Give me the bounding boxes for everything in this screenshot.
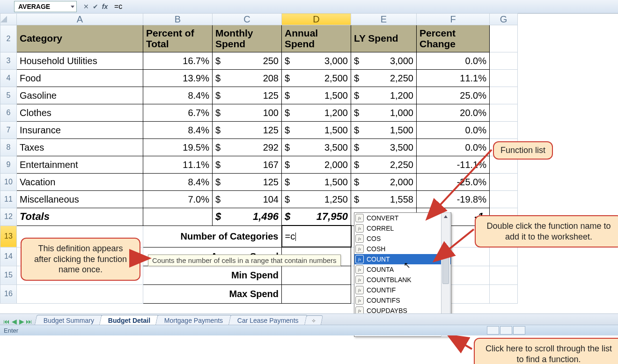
cell-ly-5[interactable]: $1,200	[351, 87, 417, 104]
view-page-break-button[interactable]	[513, 326, 525, 335]
cell-category-5[interactable]: Gasoline	[17, 87, 143, 104]
column-header-F[interactable]: F	[417, 14, 490, 25]
cell-monthly-6[interactable]: $100	[213, 104, 282, 122]
row-header-10[interactable]: 10	[0, 174, 17, 191]
column-header-E[interactable]: E	[351, 14, 417, 25]
cell-change-8[interactable]: 0.0%	[417, 139, 490, 156]
function-option-countblank[interactable]: fxCOUNTBLANK	[354, 275, 451, 285]
cell-ly-3[interactable]: $3,000	[351, 52, 417, 70]
cell-G6[interactable]	[490, 104, 518, 122]
cell-D15[interactable]	[282, 266, 351, 284]
cell-category-4[interactable]: Food	[17, 70, 143, 87]
cell-ly-10[interactable]: $2,000	[351, 174, 417, 191]
header-A[interactable]: Category	[17, 25, 143, 52]
tab-nav-next-icon[interactable]: ▶	[18, 318, 25, 325]
cell-pct-6[interactable]: 6.7%	[143, 104, 213, 122]
column-header-C[interactable]: C	[213, 14, 282, 25]
cell-ly-7[interactable]: $1,500	[351, 122, 417, 139]
cell-ly-8[interactable]: $3,500	[351, 139, 417, 156]
cell-totals-label[interactable]: Totals	[17, 208, 143, 226]
row-header-2[interactable]: 2	[0, 25, 17, 52]
header-D[interactable]: Annual Spend	[282, 25, 351, 52]
sheet-tab-budget-detail[interactable]: Budget Detail	[99, 315, 160, 325]
row-header-3[interactable]: 3	[0, 52, 17, 70]
function-option-correl[interactable]: fxCORREL	[354, 223, 451, 233]
enter-formula-icon[interactable]: ✔	[91, 3, 100, 10]
column-header-A[interactable]: A	[17, 14, 143, 25]
new-sheet-button[interactable]: ✧	[304, 315, 323, 325]
cell-change-7[interactable]: 0.0%	[417, 122, 490, 139]
cell-annual-11[interactable]: $1,250	[282, 191, 351, 208]
row-header-7[interactable]: 7	[0, 122, 17, 139]
cell-change-6[interactable]: 20.0%	[417, 104, 490, 122]
label-min-spend[interactable]: Min Spend	[143, 266, 282, 284]
insert-function-icon[interactable]: fx	[100, 3, 110, 10]
label-number-of-categories[interactable]: Number of Categories	[143, 226, 282, 247]
row-header-12[interactable]: 12	[0, 208, 17, 226]
function-option-cosh[interactable]: fxCOSH	[354, 244, 451, 254]
cell-totals-annual[interactable]: $17,950	[282, 208, 351, 226]
cell-category-11[interactable]: Miscellaneous	[17, 191, 143, 208]
cell-annual-8[interactable]: $3,500	[282, 139, 351, 156]
function-option-countifs[interactable]: fxCOUNTIFS	[354, 295, 451, 306]
cell-change-3[interactable]: 0.0%	[417, 52, 490, 70]
cell-annual-7[interactable]: $1,500	[282, 122, 351, 139]
cell-monthly-7[interactable]: $125	[213, 122, 282, 139]
tab-nav-buttons[interactable]: ⏮ ◀ ▶ ⏭	[3, 318, 33, 325]
row-header-11[interactable]: 11	[0, 191, 17, 208]
column-header-D[interactable]: D	[282, 14, 351, 25]
cell-annual-3[interactable]: $3,000	[282, 52, 351, 70]
cell-G14[interactable]	[490, 247, 518, 266]
cell-annual-10[interactable]: $1,500	[282, 174, 351, 191]
cell-pct-8[interactable]: 19.5%	[143, 139, 213, 156]
cell-ly-11[interactable]: $1,558	[351, 191, 417, 208]
cell-pct-7[interactable]: 8.4%	[143, 122, 213, 139]
cell-pct-11[interactable]: 7.0%	[143, 191, 213, 208]
function-option-countif[interactable]: fxCOUNTIF	[354, 285, 451, 295]
cell-ly-4[interactable]: $2,250	[351, 70, 417, 87]
active-cell-D13[interactable]: =c	[282, 226, 351, 247]
cell-G2[interactable]	[490, 25, 518, 52]
cell-annual-9[interactable]: $2,000	[282, 156, 351, 174]
column-header-B[interactable]: B	[143, 14, 213, 25]
label-max-spend[interactable]: Max Spend	[143, 284, 282, 303]
cell-monthly-9[interactable]: $167	[213, 156, 282, 174]
row-header-6[interactable]: 6	[0, 104, 17, 122]
cell-monthly-4[interactable]: $208	[213, 70, 282, 87]
row-header-15[interactable]: 15	[0, 266, 17, 284]
select-all-corner[interactable]	[0, 14, 17, 25]
cell-G16[interactable]	[490, 284, 518, 303]
cell-category-9[interactable]: Entertainment	[17, 156, 143, 174]
cell-G10[interactable]	[490, 174, 518, 191]
cell-ly-6[interactable]: $1,000	[351, 104, 417, 122]
cell-monthly-11[interactable]: $104	[213, 191, 282, 208]
header-E[interactable]: LY Spend	[351, 25, 417, 52]
cell-monthly-8[interactable]: $292	[213, 139, 282, 156]
cell-pct-3[interactable]: 16.7%	[143, 52, 213, 70]
cell-category-3[interactable]: Household Utilities	[17, 52, 143, 70]
cell-pct-4[interactable]: 13.9%	[143, 70, 213, 87]
row-header-16[interactable]: 16	[0, 284, 17, 303]
cell-category-10[interactable]: Vacation	[17, 174, 143, 191]
cell-A16[interactable]	[17, 284, 143, 303]
cell-change-4[interactable]: 11.1%	[417, 70, 490, 87]
cell-G4[interactable]	[490, 70, 518, 87]
row-header-13[interactable]: 13	[0, 226, 17, 247]
formula-input[interactable]: =c	[114, 2, 122, 11]
tab-nav-last-icon[interactable]: ⏭	[25, 318, 33, 325]
cell-change-11[interactable]: -19.8%	[417, 191, 490, 208]
cancel-formula-icon[interactable]: ✕	[81, 3, 91, 10]
cell-G7[interactable]	[490, 122, 518, 139]
cell-G5[interactable]	[490, 87, 518, 104]
row-header-4[interactable]: 4	[0, 70, 17, 87]
sheet-tab-car-lease-payments[interactable]: Car Lease Payments	[228, 315, 307, 325]
cell-monthly-3[interactable]: $250	[213, 52, 282, 70]
cell-category-6[interactable]: Clothes	[17, 104, 143, 122]
cell-monthly-5[interactable]: $125	[213, 87, 282, 104]
cell-pct-5[interactable]: 8.4%	[143, 87, 213, 104]
cell-category-7[interactable]: Insurance	[17, 122, 143, 139]
cell-G11[interactable]	[490, 191, 518, 208]
cell-B12[interactable]	[143, 208, 213, 226]
function-option-counta[interactable]: fxCOUNTA	[354, 264, 451, 275]
row-header-5[interactable]: 5	[0, 87, 17, 104]
